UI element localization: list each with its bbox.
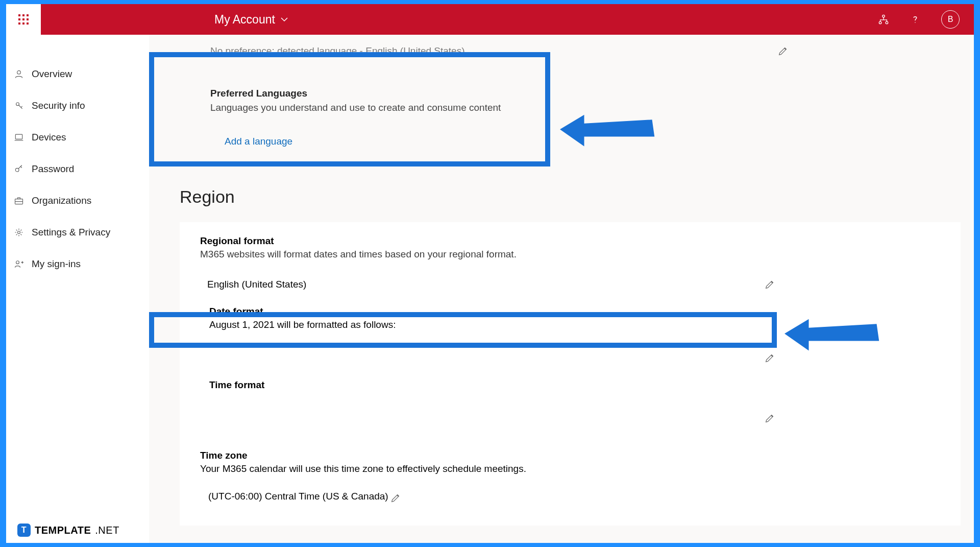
regional-format-desc: M365 websites will format dates and time… [200, 249, 940, 260]
template-net-watermark: T TEMPLATE.NET [17, 524, 119, 537]
user-avatar[interactable]: B [941, 10, 960, 29]
laptop-icon [13, 132, 24, 143]
svg-point-10 [879, 21, 881, 24]
gear-icon [13, 227, 24, 238]
key-icon [13, 163, 24, 175]
watermark-badge: T [17, 524, 31, 537]
time-zone-value: (UTC-06:00) Central Time (US & Canada) [208, 491, 388, 505]
person-icon [13, 68, 24, 80]
time-zone-desc: Your M365 calendar will use this time zo… [200, 463, 940, 474]
svg-rect-1 [22, 14, 24, 16]
avatar-initial: B [948, 15, 953, 24]
sidebar-item-overview[interactable]: Overview [6, 58, 149, 90]
sidebar-item-label: Settings & Privacy [32, 227, 110, 238]
time-format-block: Time format [209, 379, 940, 425]
region-section-title: Region [180, 187, 943, 207]
account-label: My Account [214, 13, 275, 27]
watermark-bold: TEMPLATE [35, 525, 91, 536]
sidebar-item-label: Organizations [32, 195, 91, 206]
sidebar-item-label: My sign-ins [32, 258, 81, 270]
detected-language-row: No preference: detected language - Engli… [180, 35, 943, 58]
briefcase-icon [13, 195, 24, 206]
svg-marker-20 [785, 319, 879, 351]
edit-time-zone-button[interactable] [388, 491, 403, 505]
time-zone-block: Time zone Your M365 calendar will use th… [200, 450, 940, 505]
sidebar-item-settings-privacy[interactable]: Settings & Privacy [6, 217, 149, 248]
sidebar-item-devices[interactable]: Devices [6, 122, 149, 153]
topbar-left: My Account [6, 4, 288, 35]
topbar-right: B [878, 10, 974, 29]
pencil-icon [764, 352, 775, 364]
edit-display-language-button[interactable] [776, 44, 790, 58]
sidebar-item-label: Security info [32, 100, 85, 111]
help-button[interactable] [910, 14, 921, 25]
svg-rect-8 [27, 22, 29, 25]
edit-time-format-button[interactable] [763, 411, 777, 425]
time-format-title: Time format [209, 379, 940, 391]
main-content: No preference: detected language - Engli… [149, 35, 974, 543]
edit-regional-format-button[interactable] [763, 277, 777, 292]
svg-point-17 [18, 231, 20, 234]
top-bar: My Account B [6, 4, 974, 35]
app-frame: My Account B Overview Security info [6, 4, 974, 543]
waffle-icon [18, 14, 29, 25]
sidebar-item-label: Devices [32, 132, 66, 143]
sidebar-item-my-signins[interactable]: My sign-ins [6, 248, 149, 280]
preferred-languages-title: Preferred Languages [210, 88, 943, 99]
time-zone-title: Time zone [200, 450, 940, 461]
svg-rect-6 [18, 22, 20, 25]
sidebar-item-security-info[interactable]: Security info [6, 90, 149, 122]
sidebar-item-password[interactable]: Password [6, 153, 149, 185]
svg-point-12 [17, 70, 21, 74]
regional-format-value-row: English (United States) [200, 277, 940, 292]
svg-rect-0 [18, 14, 20, 16]
sidebar-item-label: Password [32, 163, 74, 175]
account-dropdown[interactable]: My Account [214, 13, 288, 27]
regional-format-title: Regional format [200, 235, 940, 247]
region-card: Regional format M365 websites will forma… [180, 222, 961, 526]
annotation-arrow-2 [785, 313, 881, 359]
watermark-light: .NET [95, 525, 119, 536]
regional-format-value: English (United States) [207, 279, 306, 290]
sitemap-icon [878, 14, 889, 25]
annotation-arrow-1 [560, 109, 657, 155]
security-icon [13, 100, 24, 111]
svg-rect-2 [27, 14, 29, 16]
svg-point-9 [883, 15, 885, 17]
detected-language-text: No preference: detected language - Engli… [210, 45, 465, 57]
app-launcher-button[interactable] [6, 4, 41, 35]
svg-point-15 [15, 168, 19, 172]
time-zone-row: (UTC-06:00) Central Time (US & Canada) [200, 491, 940, 505]
sidebar: Overview Security info Devices Password … [6, 35, 149, 543]
org-icon-button[interactable] [878, 14, 889, 25]
svg-rect-5 [27, 18, 29, 20]
chevron-down-icon [280, 15, 288, 23]
svg-rect-14 [15, 134, 22, 139]
svg-point-11 [886, 21, 888, 24]
sidebar-item-organizations[interactable]: Organizations [6, 185, 149, 217]
signin-icon [13, 258, 24, 270]
help-icon [910, 14, 921, 25]
svg-rect-4 [22, 18, 24, 20]
svg-point-13 [16, 103, 19, 106]
svg-rect-3 [18, 18, 20, 20]
pencil-icon [764, 279, 775, 290]
pencil-icon [777, 45, 789, 57]
sidebar-item-label: Overview [32, 68, 72, 80]
svg-marker-19 [560, 115, 654, 147]
pencil-icon [764, 413, 775, 424]
svg-rect-7 [22, 22, 24, 25]
edit-date-format-button[interactable] [763, 351, 777, 365]
pencil-icon [390, 492, 401, 504]
svg-point-18 [16, 261, 19, 264]
